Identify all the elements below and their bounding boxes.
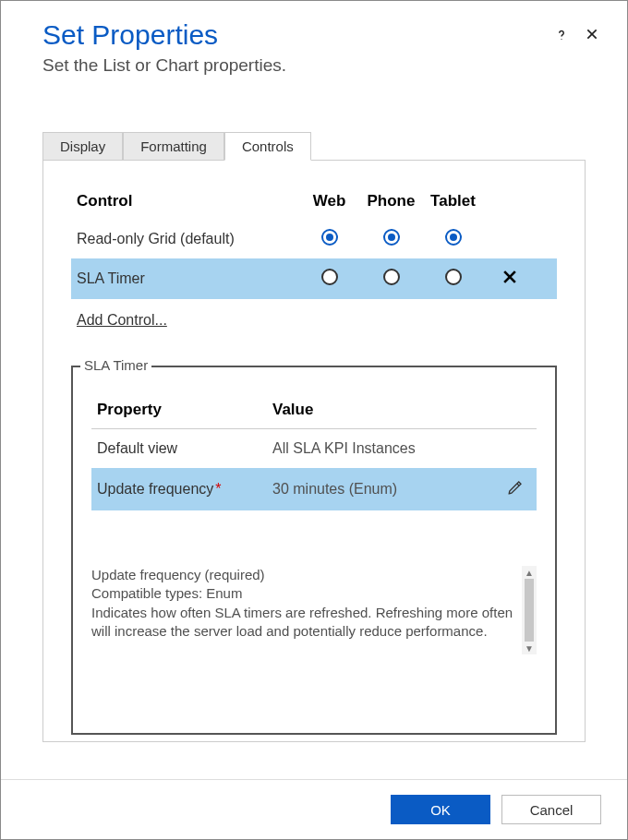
property-row[interactable]: Update frequency* 30 minutes (Enum) (91, 468, 537, 510)
col-header-value: Value (272, 401, 531, 419)
remove-control-icon[interactable] (484, 268, 535, 290)
radio-web[interactable] (298, 269, 360, 289)
property-name-text: Update frequency (97, 481, 213, 497)
property-name: Update frequency* (97, 481, 272, 498)
property-table-header: Property Value (91, 386, 537, 429)
col-header-phone: Phone (360, 192, 422, 210)
ok-button[interactable]: OK (391, 795, 490, 824)
tab-panel-controls: Control Web Phone Tablet Read-only Grid … (42, 161, 586, 742)
dialog-subtitle: Set the List or Chart properties. (42, 55, 599, 76)
edit-property-icon[interactable] (500, 479, 531, 499)
property-name: Default view (97, 440, 272, 457)
controls-row[interactable]: Read-only Grid (default) (71, 220, 557, 258)
required-asterisk-icon: * (215, 481, 221, 497)
controls-table-header: Control Web Phone Tablet (71, 186, 557, 220)
radio-tablet[interactable] (422, 269, 484, 289)
tab-formatting[interactable]: Formatting (123, 132, 224, 161)
header-icons (553, 27, 599, 47)
cancel-button[interactable]: Cancel (501, 795, 601, 824)
property-row[interactable]: Default view All SLA KPI Instances (91, 429, 537, 468)
col-header-tablet: Tablet (422, 192, 484, 210)
dialog: Set Properties Set the List or Chart pro… (0, 0, 628, 840)
help-icon[interactable] (553, 27, 570, 47)
tab-bar: Display Formatting Controls (42, 131, 586, 161)
description-scrollbar[interactable]: ▲ ▼ (522, 566, 537, 654)
dialog-footer: OK Cancel (1, 779, 627, 839)
property-value: All SLA KPI Instances (272, 440, 500, 457)
desc-line: Update frequency (required) (91, 566, 514, 584)
col-header-property: Property (97, 401, 272, 419)
property-description: Update frequency (required) Compatible t… (91, 566, 514, 654)
control-label: Read-only Grid (default) (77, 231, 298, 247)
controls-table: Control Web Phone Tablet Read-only Grid … (71, 186, 557, 299)
scroll-up-icon[interactable]: ▲ (522, 566, 537, 579)
control-label: SLA Timer (77, 270, 298, 287)
dialog-content: Display Formatting Controls Control Web … (1, 85, 627, 779)
desc-line: Indicates how often SLA timers are refre… (91, 604, 514, 642)
property-description-wrap: Update frequency (required) Compatible t… (91, 566, 537, 654)
header-top-row: Set Properties (42, 19, 599, 50)
add-control-link[interactable]: Add Control... (77, 312, 557, 329)
col-header-web: Web (298, 192, 360, 210)
radio-tablet[interactable] (422, 229, 484, 249)
desc-line: Compatible types: Enum (91, 584, 514, 603)
add-control-label[interactable]: Add Control... (77, 312, 167, 328)
col-header-control: Control (77, 192, 298, 210)
dialog-title: Set Properties (42, 19, 218, 50)
tab-controls[interactable]: Controls (224, 132, 311, 161)
sla-timer-fieldset: SLA Timer Property Value Default view Al… (71, 366, 557, 735)
scroll-down-icon[interactable]: ▼ (522, 642, 537, 654)
fieldset-legend: SLA Timer (80, 357, 151, 373)
radio-web[interactable] (298, 229, 360, 249)
svg-point-0 (561, 39, 562, 40)
radio-phone[interactable] (360, 229, 422, 249)
scrollbar-thumb[interactable] (525, 579, 534, 642)
property-value: 30 minutes (Enum) (272, 481, 500, 498)
radio-phone[interactable] (360, 269, 422, 289)
dialog-header: Set Properties Set the List or Chart pro… (1, 1, 627, 85)
close-icon[interactable] (585, 27, 599, 47)
tab-display[interactable]: Display (42, 132, 123, 161)
controls-row[interactable]: SLA Timer (71, 258, 557, 299)
